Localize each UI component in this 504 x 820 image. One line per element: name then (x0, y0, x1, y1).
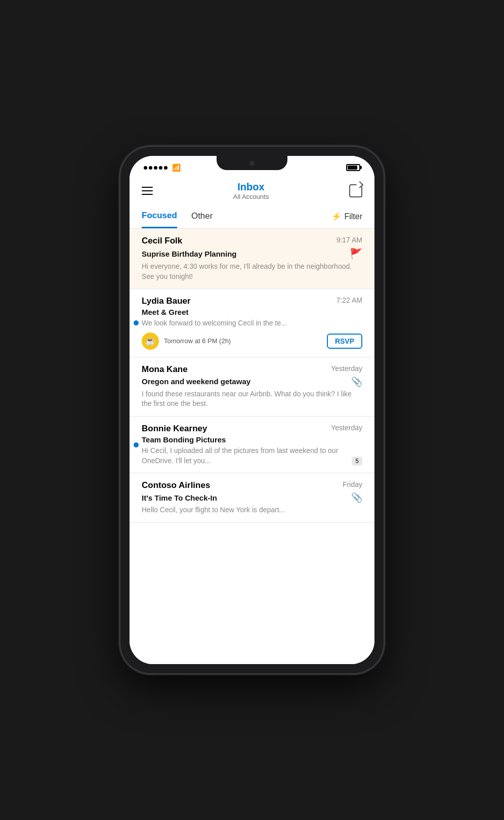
email-3-subject-row: Oregon and weekend getaway 📎 (142, 376, 362, 387)
email-2-sender: Lydia Bauer (142, 296, 191, 306)
signal-dots (144, 166, 167, 170)
email-5-subject-row: It's Time To Check-In 📎 (142, 492, 362, 503)
email-5-sender: Contoso Airlines (142, 480, 210, 490)
email-1-subject: Suprise Birthday Planning (142, 250, 237, 258)
email-1-subject-row: Suprise Birthday Planning 🚩 (142, 248, 362, 260)
status-right (346, 164, 360, 171)
lightning-icon: ⚡ (331, 212, 342, 221)
email-5-time: Friday (343, 480, 362, 488)
attachment-icon-3: 📎 (351, 376, 362, 387)
header-title-group: Inbox All Accounts (233, 181, 269, 200)
email-4-sender: Bonnie Kearney (142, 424, 207, 434)
signal-dot-1 (144, 166, 147, 170)
event-time: Tomorrow at 6 PM (2h) (164, 337, 322, 345)
hamburger-line-1 (142, 187, 153, 188)
unread-dot-4 (134, 442, 139, 447)
email-3-sender: Mona Kane (142, 364, 188, 375)
filter-button[interactable]: ⚡ Filter (331, 212, 362, 221)
focused-tab-label: Focused (142, 211, 177, 220)
wifi-icon: 📶 (172, 163, 181, 172)
email-4-subject-row: Team Bonding Pictures (142, 435, 362, 444)
email-2-time: 7:22 AM (337, 296, 362, 304)
signal-dot-3 (154, 166, 157, 170)
email-item-2[interactable]: Lydia Bauer 7:22 AM Meet & Greet We look… (130, 289, 374, 357)
header-top: Inbox All Accounts (142, 181, 362, 200)
other-tab-label: Other (191, 211, 213, 221)
event-icon: ☕ (142, 333, 159, 350)
email-4-row-top: Bonnie Kearney Yesterday (142, 424, 362, 434)
email-3-preview: I found these restaurants near our Airbn… (142, 389, 362, 409)
email-2-subject-row: Meet & Greet (142, 308, 362, 316)
hamburger-line-3 (142, 194, 153, 195)
signal-dot-4 (159, 166, 162, 170)
email-item-4[interactable]: Bonnie Kearney Yesterday Team Bonding Pi… (130, 417, 374, 473)
tabs-row: Focused Other ⚡ Filter (130, 204, 374, 229)
hamburger-menu-button[interactable] (142, 187, 153, 195)
tab-other[interactable]: Other (191, 205, 213, 228)
email-item-5[interactable]: Contoso Airlines Friday It's Time To Che… (130, 473, 374, 523)
hamburger-line-2 (142, 190, 153, 191)
email-4-preview: Hi Cecil, I uploaded all of the pictures… (142, 446, 347, 466)
email-3-subject: Oregon and weekend getaway (142, 377, 250, 386)
signal-dot-2 (149, 166, 152, 170)
event-icon-symbol: ☕ (145, 336, 155, 346)
notch (217, 156, 287, 170)
signal-dot-5 (164, 166, 167, 170)
email-1-sender: Cecil Folk (142, 236, 182, 246)
camera-dot (249, 161, 255, 166)
inbox-title: Inbox (233, 181, 269, 193)
rsvp-row: ☕ Tomorrow at 6 PM (2h) RSVP (142, 333, 362, 350)
phone-screen: 📶 9:41 AM Inbox All Accounts (130, 156, 374, 664)
email-3-time: Yesterday (331, 364, 362, 373)
email-2-preview: We look forward to welcoming Cecil in th… (142, 318, 362, 329)
filter-label: Filter (344, 212, 362, 221)
thread-count-4: 5 (352, 457, 362, 466)
email-list: Cecil Folk 9:17 AM Suprise Birthday Plan… (130, 229, 374, 664)
email-5-row-top: Contoso Airlines Friday (142, 480, 362, 490)
battery-fill (348, 166, 357, 170)
email-5-preview: Hello Cecil, your flight to New York is … (142, 505, 362, 515)
email-1-preview: Hi everyone, 4:30 works for me, I'll alr… (142, 262, 362, 281)
flag-icon: 🚩 (350, 248, 362, 260)
app-header: Inbox All Accounts (130, 175, 374, 204)
rsvp-button[interactable]: RSVP (327, 334, 362, 349)
email-1-time: 9:17 AM (337, 236, 362, 244)
phone-frame: 📶 9:41 AM Inbox All Accounts (120, 147, 384, 673)
email-item-1[interactable]: Cecil Folk 9:17 AM Suprise Birthday Plan… (130, 229, 374, 289)
unread-dot-2 (134, 320, 139, 325)
email-5-subject: It's Time To Check-In (142, 494, 217, 502)
battery-icon (346, 164, 360, 171)
email-2-subject: Meet & Greet (142, 308, 189, 316)
email-3-row-top: Mona Kane Yesterday (142, 364, 362, 375)
compose-button[interactable] (349, 184, 362, 197)
status-left: 📶 (144, 163, 181, 172)
email-1-row-top: Cecil Folk 9:17 AM (142, 236, 362, 246)
email-item-3[interactable]: Mona Kane Yesterday Oregon and weekend g… (130, 357, 374, 417)
email-4-time: Yesterday (331, 424, 362, 432)
attachment-icon-5: 📎 (351, 492, 362, 503)
email-4-subject: Team Bonding Pictures (142, 435, 226, 444)
email-2-row-top: Lydia Bauer 7:22 AM (142, 296, 362, 306)
tab-focused[interactable]: Focused (142, 204, 177, 228)
account-subtitle: All Accounts (233, 193, 269, 200)
